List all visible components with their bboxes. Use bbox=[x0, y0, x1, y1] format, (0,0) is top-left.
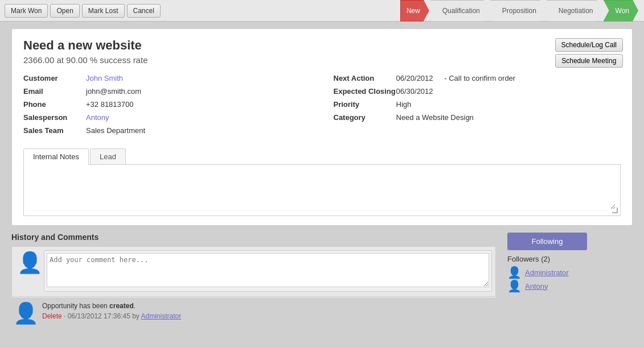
fields-container: Customer John Smith Email john@smith.com… bbox=[23, 74, 621, 139]
expected-closing-value: 06/30/2012 bbox=[396, 87, 433, 96]
field-row: Phone +32 81813700 bbox=[23, 100, 311, 109]
bottom-section: History and Comments 👤 👤 Opportunity has… bbox=[11, 233, 633, 338]
avatar-icon-red: 👤 bbox=[17, 252, 43, 273]
comment-text-before: Opportunity has been bbox=[42, 302, 109, 310]
comment-meta: · 06/13/2012 17:36:45 by bbox=[64, 312, 141, 320]
email-label: Email bbox=[23, 87, 86, 96]
field-row: Email john@smith.com bbox=[23, 87, 311, 96]
main-content: Schedule/Log Call Schedule Meeting Need … bbox=[0, 22, 644, 345]
schedule-meeting-button[interactable]: Schedule Meeting bbox=[555, 54, 623, 68]
tab-content bbox=[23, 165, 621, 216]
category-label: Category bbox=[334, 113, 396, 122]
salesperson-label: Salesperson bbox=[23, 113, 86, 122]
comment-author-link[interactable]: Administrator bbox=[141, 312, 181, 320]
expected-closing-label: Expected Closing bbox=[334, 87, 396, 96]
follower-avatar-admin: 👤 bbox=[507, 267, 522, 278]
comment-content: Opportunity has been created. Delete · 0… bbox=[42, 301, 181, 329]
detail-card: Schedule/Log Call Schedule Meeting Need … bbox=[11, 28, 633, 226]
fields-right: Next Action 06/20/2012 - Call to confirm… bbox=[334, 74, 621, 139]
field-row: Sales Team Sales Department bbox=[23, 126, 311, 135]
phone-label: Phone bbox=[23, 100, 86, 109]
priority-label: Priority bbox=[334, 100, 396, 109]
comment-text-after: . bbox=[134, 302, 136, 310]
field-row: Next Action 06/20/2012 - Call to confirm… bbox=[334, 74, 621, 82]
field-row: Customer John Smith bbox=[23, 74, 311, 82]
follower-admin-link[interactable]: Administrator bbox=[525, 268, 569, 277]
tabs: Internal Notes Lead bbox=[23, 148, 621, 165]
field-row: Expected Closing 06/30/2012 bbox=[334, 87, 621, 96]
salesperson-value[interactable]: Antony bbox=[86, 113, 109, 122]
priority-value: High bbox=[396, 100, 412, 109]
comment-input-row: 👤 bbox=[15, 250, 492, 292]
open-button[interactable]: Open bbox=[50, 4, 79, 18]
commenter-avatar: 👤 bbox=[15, 250, 44, 279]
phone-value: +32 81813700 bbox=[86, 100, 134, 109]
internal-notes-textarea[interactable] bbox=[28, 169, 616, 209]
tab-lead[interactable]: Lead bbox=[90, 148, 126, 164]
pipeline: New Qualification Proposition Negotiatio… bbox=[400, 0, 639, 22]
stage-negotiation[interactable]: Negotiation bbox=[547, 0, 602, 22]
comment-textarea[interactable] bbox=[47, 253, 489, 287]
tab-internal-notes[interactable]: Internal Notes bbox=[23, 148, 89, 165]
card-title: Need a new website bbox=[23, 38, 621, 53]
comment-avatar: 👤 bbox=[11, 301, 40, 329]
follower-row-admin: 👤 Administrator bbox=[507, 267, 633, 278]
next-action-note: - Call to confirm order bbox=[442, 74, 516, 82]
following-button[interactable]: Following bbox=[507, 233, 587, 250]
comment-entry: 👤 Opportunity has been created. Delete ·… bbox=[11, 297, 496, 333]
sales-team-value: Sales Department bbox=[86, 126, 145, 135]
history-comments-title: History and Comments bbox=[11, 233, 496, 242]
mark-won-button[interactable]: Mark Won bbox=[5, 4, 48, 18]
stage-won[interactable]: Won bbox=[604, 0, 638, 22]
field-row: Category Need a Website Design bbox=[334, 113, 621, 122]
stage-proposition[interactable]: Proposition bbox=[490, 0, 545, 22]
customer-label: Customer bbox=[23, 74, 86, 82]
mark-lost-button[interactable]: Mark Lost bbox=[82, 4, 125, 18]
field-row: Salesperson Antony bbox=[23, 113, 311, 122]
stage-qualification[interactable]: Qualification bbox=[430, 0, 489, 22]
sales-team-label: Sales Team bbox=[23, 126, 86, 135]
resize-handle[interactable] bbox=[612, 208, 618, 213]
category-value: Need a Website Design bbox=[396, 113, 474, 122]
toolbar: Mark Won Open Mark Lost Cancel New Quali… bbox=[0, 0, 644, 22]
comment-box-wrapper bbox=[44, 250, 492, 292]
email-value: john@smith.com bbox=[86, 87, 141, 96]
avatar-icon-red-2: 👤 bbox=[13, 303, 39, 324]
followers-section: Following Followers (2) 👤 Administrator … bbox=[507, 233, 633, 333]
schedule-log-call-button[interactable]: Schedule/Log Call bbox=[555, 38, 623, 52]
next-action-label: Next Action bbox=[334, 74, 396, 82]
next-action-date: 06/20/2012 bbox=[396, 74, 433, 82]
card-actions: Schedule/Log Call Schedule Meeting bbox=[555, 38, 623, 68]
comment-delete-link[interactable]: Delete bbox=[42, 312, 62, 320]
field-row: Priority High bbox=[334, 100, 621, 109]
cancel-button[interactable]: Cancel bbox=[127, 4, 161, 18]
stage-new[interactable]: New bbox=[400, 0, 429, 22]
followers-count: Followers (2) bbox=[507, 255, 633, 263]
comment-bold-text: created bbox=[109, 302, 134, 310]
card-subtitle: 2366.00 at 90.00 % success rate bbox=[23, 55, 621, 65]
comments-section: History and Comments 👤 👤 Opportunity has… bbox=[11, 233, 496, 333]
customer-value[interactable]: John Smith bbox=[86, 74, 123, 82]
follower-antony-link[interactable]: Antony bbox=[525, 282, 548, 291]
fields-left: Customer John Smith Email john@smith.com… bbox=[23, 74, 311, 139]
follower-row-antony: 👤 Antony bbox=[507, 280, 633, 292]
follower-avatar-antony: 👤 bbox=[507, 280, 522, 292]
